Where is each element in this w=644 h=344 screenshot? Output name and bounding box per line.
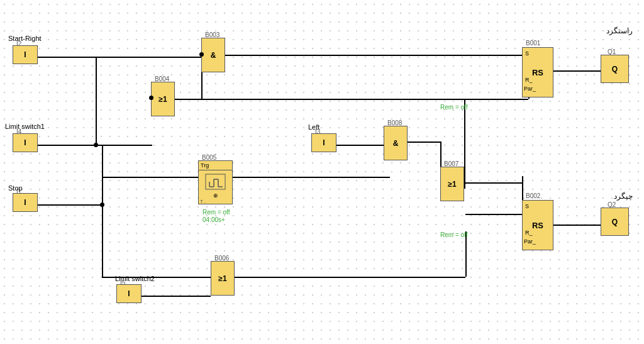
wire-b007-in1 bbox=[440, 141, 441, 167]
block-b004: ≥1 bbox=[151, 82, 175, 116]
timer-time: 04:00s+ bbox=[203, 216, 225, 223]
wire-b007-b002 bbox=[464, 182, 522, 184]
wire-i4-branch-h bbox=[96, 57, 203, 58]
label-b006: B006 bbox=[214, 255, 229, 262]
wire-b002-r-h bbox=[465, 214, 528, 215]
rem-off-b001: Rem = off bbox=[440, 104, 467, 111]
dot-i4 bbox=[94, 143, 98, 147]
label-i5: I5. bbox=[120, 279, 127, 286]
ladder-diagram: Start-Right Limit switch1 Stop Left Limi… bbox=[0, 0, 644, 344]
wire-b001-q1 bbox=[553, 70, 605, 72]
label-i1: I1. bbox=[16, 188, 23, 195]
wire-b006-in1 bbox=[102, 277, 211, 278]
wire-i4-branch-v bbox=[96, 57, 97, 145]
label-b001: B001 bbox=[526, 40, 540, 47]
timer-icon bbox=[204, 173, 226, 191]
timer-rem-off: Rem = off bbox=[203, 209, 230, 216]
wire-b005-in bbox=[102, 177, 201, 178]
right-arabic-label: راستگرد bbox=[606, 26, 633, 35]
label-b003: B003 bbox=[205, 31, 219, 38]
block-b002: S RS R_ Par_ bbox=[522, 200, 553, 250]
wire-b005-out bbox=[233, 177, 390, 178]
wire-b007-in2-v bbox=[464, 99, 465, 189]
label-i3: I3. bbox=[315, 128, 322, 135]
wire-b007-in2-h bbox=[440, 99, 464, 100]
wire-b004-long bbox=[175, 99, 528, 100]
block-q1: Q bbox=[601, 55, 629, 83]
label-b008: B008 bbox=[387, 119, 402, 126]
wire-stop-up bbox=[102, 145, 103, 204]
block-b007: ≥1 bbox=[440, 167, 464, 201]
left-arabic-label: چپگرد bbox=[614, 192, 633, 201]
rem-off-b002: Rem = off bbox=[440, 231, 467, 238]
label-b007: B007 bbox=[444, 160, 458, 167]
wire-b006-b002 bbox=[235, 277, 465, 278]
block-i5: I bbox=[116, 284, 142, 303]
limit-switch1-label: Limit switch1 bbox=[5, 123, 45, 130]
wire-stop-h bbox=[38, 204, 102, 206]
dot-b003-in2 bbox=[199, 52, 204, 57]
label-b002: B002 bbox=[526, 192, 540, 199]
block-b008: & bbox=[384, 126, 408, 160]
label-b004: B004 bbox=[155, 75, 169, 82]
label-i2: I2. bbox=[16, 40, 23, 47]
wire-b003-out bbox=[225, 55, 527, 56]
block-q2: Q bbox=[601, 208, 629, 236]
block-i1: I bbox=[13, 193, 38, 212]
block-b006: ≥1 bbox=[211, 261, 235, 296]
block-i2: I bbox=[13, 45, 38, 64]
block-i4: I bbox=[13, 133, 38, 152]
block-b003: & bbox=[201, 38, 225, 72]
block-b001: S RS R_ Par_ bbox=[522, 47, 553, 97]
start-right-label: Start-Right bbox=[8, 35, 42, 42]
block-b005: Trg ⊕ T . bbox=[198, 160, 233, 204]
block-i3: I bbox=[311, 133, 336, 152]
wire-i5-b006 bbox=[142, 296, 211, 297]
wire-b002-q2 bbox=[553, 225, 605, 226]
wire-b006-in1-v bbox=[102, 204, 103, 277]
label-b005: B005 bbox=[202, 154, 216, 161]
label-q2: Q2 bbox=[608, 201, 616, 208]
dot-b004-in2 bbox=[149, 96, 153, 100]
label-q1: Q1 bbox=[608, 48, 616, 55]
wire-b008-b007 bbox=[408, 141, 440, 143]
label-i4: I4. bbox=[16, 128, 23, 135]
wire-i3-b008 bbox=[336, 145, 385, 146]
